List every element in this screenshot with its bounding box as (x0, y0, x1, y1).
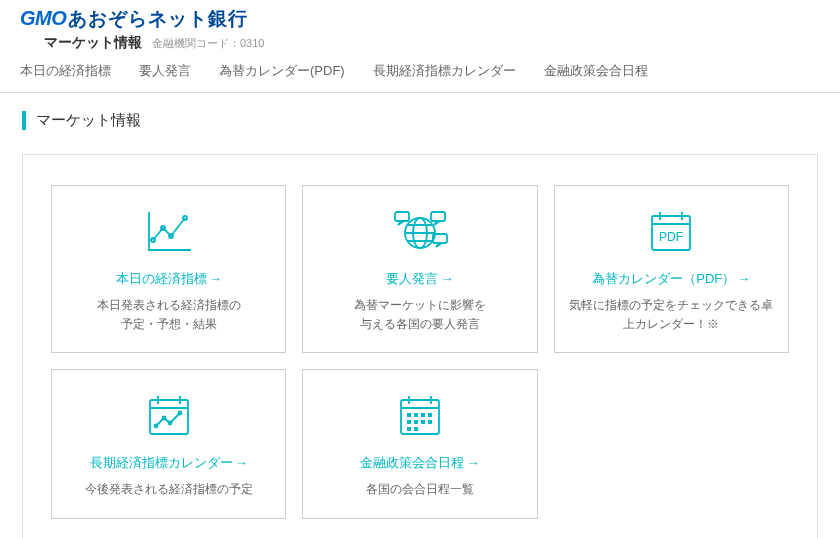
svg-rect-22 (414, 420, 418, 424)
card-fx-calendar-pdf[interactable]: PDF 為替カレンダー（PDF）→ 気軽に指標の予定をチェックできる卓上カレンダ… (554, 185, 789, 353)
card-officials-remarks[interactable]: 要人発言→ 為替マーケットに影響を 与える各国の要人発言 (302, 185, 537, 353)
card-title: 長期経済指標カレンダー→ (64, 454, 273, 472)
arrow-icon: → (209, 271, 222, 286)
logo-text: あおぞらネット銀行 (68, 6, 248, 32)
card-today-indicators[interactable]: 本日の経済指標→ 本日発表される経済指標の 予定・予想・結果 (51, 185, 286, 353)
svg-rect-18 (414, 413, 418, 417)
page-title-wrap: マーケット情報 (0, 93, 840, 130)
logo-prefix: GMO (20, 7, 66, 30)
card-policy-meetings[interactable]: 金融政策会合日程→ 各国の会合日程一覧 (302, 369, 537, 518)
svg-rect-20 (428, 413, 432, 417)
card-title: 本日の経済指標→ (64, 270, 273, 288)
nav-item-officials-remarks[interactable]: 要人発言 (139, 62, 191, 80)
nav-item-policy-meetings[interactable]: 金融政策会合日程 (544, 62, 648, 80)
nav-item-fx-calendar-pdf[interactable]: 為替カレンダー(PDF) (219, 62, 345, 80)
arrow-icon: → (235, 455, 248, 470)
svg-rect-21 (407, 420, 411, 424)
svg-rect-25 (407, 427, 411, 431)
calendar-grid-icon (315, 386, 524, 444)
svg-rect-17 (407, 413, 411, 417)
subtitle: マーケット情報 (44, 34, 142, 52)
svg-rect-11 (150, 400, 188, 434)
card-longterm-calendar[interactable]: 長期経済指標カレンダー→ 今後発表される経済指標の予定 (51, 369, 286, 518)
card-desc: 気軽に指標の予定をチェックできる卓上カレンダー！※ (567, 296, 776, 334)
arrow-icon: → (466, 455, 479, 470)
card-desc: 本日発表される経済指標の 予定・予想・結果 (64, 296, 273, 334)
card-grid: 本日の経済指標→ 本日発表される経済指標の 予定・予想・結果 要人発言→ 為替マ… (51, 185, 789, 519)
svg-rect-6 (395, 212, 409, 221)
svg-rect-7 (431, 212, 445, 221)
arrow-icon: → (737, 271, 750, 286)
globe-speech-icon (315, 202, 524, 260)
card-title: 要人発言→ (315, 270, 524, 288)
card-desc: 今後発表される経済指標の予定 (64, 480, 273, 499)
calendar-pdf-icon: PDF (567, 202, 776, 260)
card-desc: 各国の会合日程一覧 (315, 480, 524, 499)
card-desc: 為替マーケットに影響を 与える各国の要人発言 (315, 296, 524, 334)
card-title: 為替カレンダー（PDF）→ (567, 270, 776, 288)
svg-rect-24 (428, 420, 432, 424)
svg-rect-16 (401, 400, 439, 434)
page-title: マーケット情報 (22, 111, 818, 130)
svg-text:PDF: PDF (659, 230, 683, 244)
nav-item-longterm-calendar[interactable]: 長期経済指標カレンダー (373, 62, 516, 80)
calendar-chart-icon (64, 386, 273, 444)
svg-rect-19 (421, 413, 425, 417)
subtitle-row: マーケット情報 金融機関コード：0310 (44, 34, 820, 52)
chart-line-icon (64, 202, 273, 260)
logo[interactable]: GMO あおぞらネット銀行 (20, 6, 820, 32)
card-title: 金融政策会合日程→ (315, 454, 524, 472)
svg-rect-23 (421, 420, 425, 424)
svg-rect-26 (414, 427, 418, 431)
nav-item-today-indicators[interactable]: 本日の経済指標 (20, 62, 111, 80)
main-nav: 本日の経済指標 要人発言 為替カレンダー(PDF) 長期経済指標カレンダー 金融… (0, 52, 840, 93)
header: GMO あおぞらネット銀行 マーケット情報 金融機関コード：0310 (0, 0, 840, 52)
bank-code: 金融機関コード：0310 (152, 36, 264, 51)
content-box: 本日の経済指標→ 本日発表される経済指標の 予定・予想・結果 要人発言→ 為替マ… (22, 154, 818, 538)
arrow-icon: → (440, 271, 453, 286)
